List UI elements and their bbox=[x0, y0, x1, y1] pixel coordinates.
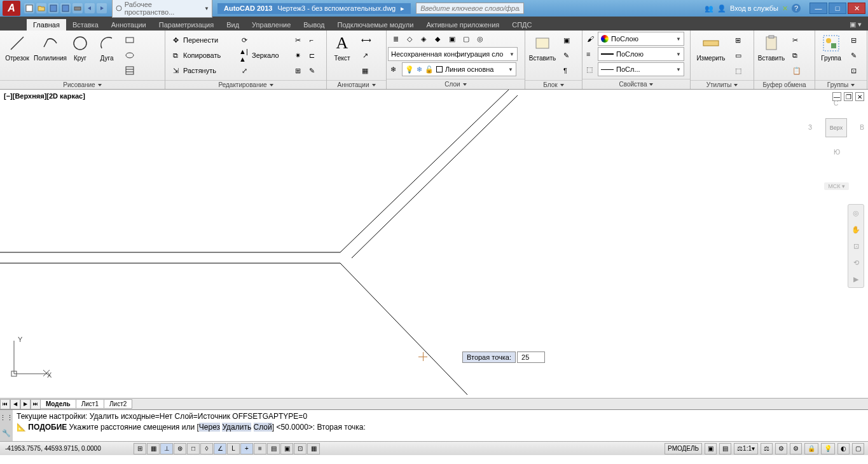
lwt-toggle[interactable]: ≡ bbox=[254, 443, 266, 454]
ellipse-button[interactable] bbox=[122, 48, 137, 62]
polyline-button[interactable]: Полилиния bbox=[34, 32, 66, 63]
ducs-toggle[interactable]: L bbox=[227, 443, 240, 454]
leader-button[interactable]: ↗ bbox=[359, 48, 371, 62]
orbit-icon[interactable]: ⟲ bbox=[850, 257, 862, 268]
stretch-button[interactable]: ⇲Растянуть bbox=[168, 64, 233, 78]
block-create-button[interactable]: ▣ bbox=[561, 33, 574, 47]
paste-button[interactable]: Вставить bbox=[755, 32, 787, 63]
panel-utilities-label[interactable]: Утилиты bbox=[691, 80, 754, 89]
tab-view[interactable]: Вид bbox=[220, 19, 245, 31]
trim-button[interactable]: ✂ bbox=[291, 33, 304, 47]
otrack-toggle[interactable]: ∠ bbox=[214, 443, 226, 454]
tab-insert[interactable]: Вставка bbox=[66, 19, 105, 31]
dyn-toggle[interactable]: + bbox=[240, 443, 253, 454]
circle-button[interactable]: Круг bbox=[67, 32, 93, 63]
layer-tool6[interactable]: ◎ bbox=[474, 32, 487, 46]
hatch-button[interactable] bbox=[122, 64, 137, 78]
annovisibility-button[interactable]: ⚖ bbox=[761, 443, 773, 454]
tab-layout2[interactable]: Лист2 bbox=[104, 399, 132, 409]
layer-freeze-button[interactable]: ❄ bbox=[388, 62, 401, 76]
scale-button[interactable]: ⤢ bbox=[237, 64, 287, 78]
command-handle[interactable]: ⋮⋮ 🔧 bbox=[0, 410, 13, 441]
wrench-icon[interactable]: 🔧 bbox=[2, 429, 11, 437]
block-edit-button[interactable]: ✎ bbox=[561, 48, 574, 62]
explode-button[interactable]: ✷ bbox=[291, 48, 304, 62]
user-icon[interactable]: 👤 bbox=[717, 4, 726, 13]
transparency-button[interactable]: ⬚ bbox=[584, 62, 596, 76]
quickview-drawings-button[interactable]: ▤ bbox=[719, 443, 731, 454]
viewcube-west[interactable]: З bbox=[808, 124, 812, 131]
ortho-toggle[interactable]: ⊥ bbox=[160, 443, 173, 454]
erase-button[interactable]: ✎ bbox=[305, 64, 318, 78]
linetype-dropdown[interactable]: ПоСл...▼ bbox=[598, 62, 684, 76]
move-button[interactable]: ✥Перенести bbox=[168, 33, 233, 47]
copy-button[interactable]: ⧉Копировать bbox=[168, 48, 233, 62]
layer-state-dropdown[interactable]: Несохраненная конфигурация сло▼ bbox=[388, 47, 518, 61]
ribbon-extra-icon[interactable]: ▣ ▾ bbox=[843, 18, 868, 31]
workspace-switch-button[interactable]: ⚙ bbox=[790, 443, 802, 454]
hardware-accel-button[interactable]: 💡 bbox=[821, 443, 835, 454]
maximize-button[interactable]: □ bbox=[829, 3, 846, 14]
layer-tool5[interactable]: ▢ bbox=[460, 32, 473, 46]
insert-button[interactable]: Вставить bbox=[527, 32, 558, 63]
match-properties-button[interactable]: 🖌 bbox=[584, 32, 596, 46]
list-button[interactable]: ≡ bbox=[584, 47, 596, 61]
panel-groups-label[interactable]: Группы bbox=[815, 80, 867, 89]
model-space-button[interactable]: РМОДЕЛЬ bbox=[665, 443, 702, 454]
annoautoscale-button[interactable]: ⚙ bbox=[775, 443, 787, 454]
tab-plugins[interactable]: Подключаемые модули bbox=[331, 19, 420, 31]
color-dropdown[interactable]: ПоСлою▼ bbox=[598, 32, 684, 46]
tab-manage[interactable]: Управление bbox=[245, 19, 297, 31]
3dosnap-toggle[interactable]: ◊ bbox=[200, 443, 213, 454]
exchange-icon[interactable]: ✕ bbox=[782, 4, 788, 13]
app-logo[interactable]: A bbox=[3, 1, 20, 16]
minimize-button[interactable]: — bbox=[809, 3, 827, 14]
quickcalc-button[interactable]: ⊞ bbox=[733, 33, 745, 47]
tab-layout1[interactable]: Лист1 bbox=[76, 399, 104, 409]
group-edit-button[interactable]: ✎ bbox=[848, 48, 861, 62]
select-button[interactable]: ▭ bbox=[733, 48, 745, 62]
measure-button[interactable]: Измерить bbox=[692, 32, 730, 63]
arc-button[interactable]: Дуга bbox=[94, 32, 120, 63]
qp-toggle[interactable]: ▣ bbox=[280, 443, 293, 454]
quickview-layouts-button[interactable]: ▣ bbox=[705, 443, 717, 454]
offset-button[interactable]: ⊏ bbox=[305, 48, 318, 62]
pan-icon[interactable]: ✋ bbox=[850, 224, 862, 235]
command-keyword[interactable]: Удалить bbox=[222, 423, 251, 432]
tab-prev-button[interactable]: ◀ bbox=[10, 399, 20, 409]
rotate-button[interactable]: ⟳ bbox=[237, 33, 287, 47]
copy-clip-button[interactable]: ⧉ bbox=[790, 48, 803, 62]
annoscale-button[interactable]: ⚖ 1:1 ▾ bbox=[734, 443, 758, 454]
clean-screen-button[interactable]: ▢ bbox=[852, 443, 864, 454]
array-button[interactable]: ⊞ bbox=[291, 64, 304, 78]
group-select-button[interactable]: ⊡ bbox=[848, 64, 861, 78]
toolbar-lock-button[interactable]: 🔒 bbox=[804, 443, 818, 454]
viewcube-east[interactable]: В bbox=[860, 124, 864, 131]
grid-toggle[interactable]: ▦ bbox=[147, 443, 160, 454]
snap-toggle[interactable]: ⊞ bbox=[134, 443, 146, 454]
steering-wheel-icon[interactable]: ◎ bbox=[850, 207, 862, 219]
layer-tool1[interactable]: ◇ bbox=[404, 32, 417, 46]
tab-next-button[interactable]: ▶ bbox=[20, 399, 31, 409]
save-icon[interactable] bbox=[48, 3, 59, 13]
group-button[interactable]: Группа bbox=[816, 32, 846, 63]
drawing-area[interactable]: [−][Верхняя][2D каркас] — ❐ ✕ Вторая точ… bbox=[0, 90, 868, 398]
workspace-dropdown[interactable]: Рабочее пространство... ▼ bbox=[112, 0, 212, 18]
polar-toggle[interactable]: ⊛ bbox=[174, 443, 186, 454]
panel-layers-label[interactable]: Слои bbox=[387, 79, 525, 89]
command-window[interactable]: ⋮⋮ 🔧 Текущие настройки: Удалить исходные… bbox=[0, 409, 868, 441]
selectall-button[interactable]: ⬚ bbox=[733, 64, 745, 78]
zoom-extents-icon[interactable]: ⊡ bbox=[850, 240, 862, 252]
viewcube[interactable]: С З В Ю Верх bbox=[817, 109, 855, 147]
layerprop-button[interactable]: ≣ bbox=[388, 32, 403, 46]
signin-label[interactable]: Вход в службы bbox=[730, 4, 778, 12]
viewcube-north[interactable]: С bbox=[834, 100, 838, 107]
command-keyword[interactable]: Через bbox=[199, 423, 220, 432]
saveas-icon[interactable] bbox=[60, 3, 71, 13]
command-keyword[interactable]: Слой bbox=[254, 423, 272, 432]
dynamic-input-field[interactable] bbox=[517, 351, 545, 363]
mirror-button[interactable]: ▲|▲Зеркало bbox=[237, 48, 287, 62]
tab-annotate[interactable]: Аннотации bbox=[105, 19, 153, 31]
line-button[interactable]: Отрезок bbox=[1, 32, 33, 63]
table-button[interactable]: ▦ bbox=[359, 64, 371, 78]
